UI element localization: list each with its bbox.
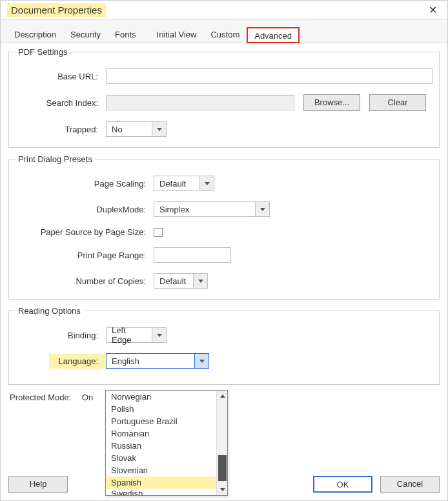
cancel-button[interactable]: Cancel	[380, 476, 440, 493]
protected-mode-label: Protected Mode:	[10, 393, 82, 402]
tab-bar: Description Security Fonts Initial View …	[1, 20, 447, 43]
chevron-down-icon	[255, 202, 269, 216]
language-value: English	[107, 356, 194, 366]
page-scaling-label: Page Scaling:	[15, 179, 154, 189]
tab-initial-view[interactable]: Initial View	[150, 26, 204, 43]
copies-label: Number of Copies:	[15, 276, 154, 286]
copies-value: Default	[154, 276, 193, 286]
copies-select[interactable]: Default	[154, 273, 208, 289]
group-reading-legend: Reading Options	[15, 306, 83, 316]
tab-description[interactable]: Description	[7, 26, 63, 43]
group-reading-options: Reading Options Binding: Left Edge Langu…	[8, 306, 440, 385]
chevron-down-icon	[152, 122, 166, 136]
scroll-thumb[interactable]	[218, 455, 227, 481]
chevron-down-icon	[193, 274, 207, 288]
tab-advanced[interactable]: Advanced	[247, 27, 300, 43]
search-index-label: Search Index:	[15, 98, 106, 108]
group-pdf-legend: PDF Settings	[15, 47, 70, 57]
chevron-down-icon	[194, 354, 209, 368]
language-option[interactable]: Swedish	[106, 489, 227, 495]
base-url-label: Base URL:	[15, 72, 106, 81]
window-title: Document Properties	[7, 3, 106, 17]
print-range-label: Print Page Range:	[15, 251, 154, 260]
language-option[interactable]: Romanian	[106, 427, 227, 440]
print-range-input[interactable]	[154, 247, 231, 263]
protected-mode-value: On	[82, 393, 93, 402]
tab-fonts[interactable]: Fonts	[108, 26, 150, 43]
tab-security[interactable]: Security	[63, 26, 108, 43]
scroll-down-icon[interactable]	[217, 484, 228, 495]
trapped-label: Trapped:	[15, 125, 106, 134]
page-scaling-select[interactable]: Default	[154, 176, 214, 191]
scroll-up-icon[interactable]	[217, 391, 228, 402]
binding-value: Left Edge	[107, 325, 152, 345]
help-button[interactable]: Help	[8, 476, 68, 493]
language-option[interactable]: Norwegian	[106, 391, 227, 403]
duplex-label: DuplexMode:	[15, 205, 154, 214]
close-icon[interactable]: ✕	[423, 4, 442, 16]
clear-button[interactable]: Clear	[369, 94, 426, 111]
duplex-value: Simplex	[154, 205, 255, 214]
paper-source-checkbox[interactable]	[154, 228, 163, 237]
group-pdf-settings: PDF Settings Base URL: Search Index: Bro…	[8, 47, 440, 148]
page-scaling-value: Default	[154, 179, 199, 189]
duplex-select[interactable]: Simplex	[154, 201, 270, 217]
paper-source-label: Paper Source by Page Size:	[15, 227, 154, 237]
language-option-selected[interactable]: Spanish	[106, 476, 227, 489]
group-print-presets: Print Dialog Presets Page Scaling: Defau…	[8, 154, 440, 300]
trapped-value: No	[107, 125, 152, 134]
browse-button[interactable]: Browse...	[303, 94, 360, 111]
search-index-input	[106, 95, 294, 110]
language-dropdown-popup[interactable]: Norwegian Polish Portuguese Brazil Roman…	[105, 390, 228, 496]
chevron-down-icon	[199, 176, 214, 190]
language-option[interactable]: Russian	[106, 440, 227, 452]
language-option[interactable]: Slovenian	[106, 464, 227, 476]
trapped-select[interactable]: No	[106, 121, 167, 137]
binding-select[interactable]: Left Edge	[106, 327, 167, 343]
language-option[interactable]: Portuguese Brazil	[106, 415, 227, 427]
language-label: Language:	[49, 354, 106, 369]
language-option[interactable]: Polish	[106, 403, 227, 415]
tab-custom[interactable]: Custom	[203, 26, 247, 43]
group-print-legend: Print Dialog Presets	[15, 154, 95, 164]
language-select[interactable]: English	[106, 353, 209, 369]
ok-button[interactable]: OK	[313, 476, 372, 493]
chevron-down-icon	[152, 328, 166, 342]
base-url-input[interactable]	[106, 68, 433, 84]
binding-label: Binding:	[15, 331, 106, 340]
titlebar: Document Properties ✕	[1, 1, 447, 20]
language-option[interactable]: Slovak	[106, 452, 227, 464]
dropdown-scrollbar[interactable]	[216, 391, 227, 495]
